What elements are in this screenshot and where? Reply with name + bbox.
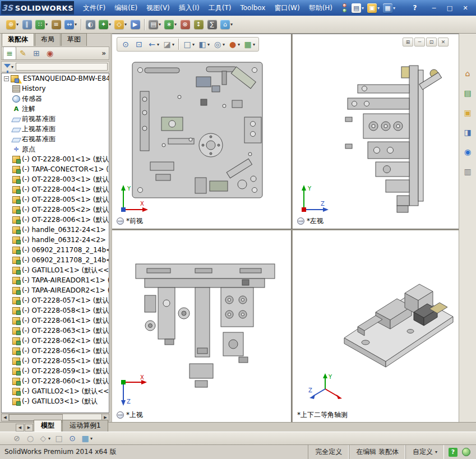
menu-edit[interactable]: 编辑(E): [110, 0, 142, 16]
status-custom-dropdown[interactable]: 自定义 ▾: [405, 445, 444, 459]
tree-item[interactable]: (-) OT-2228-003<1> (默认: [2, 174, 109, 184]
scroll-left-button[interactable]: ◀: [1, 414, 9, 421]
tree-item[interactable]: (-) GATILLO1<1> (默认<<默: [2, 265, 109, 275]
tree-item[interactable]: (-) TAPA-CONECTOR<1> (默: [2, 164, 109, 174]
menu-help[interactable]: 帮助(H): [304, 0, 337, 16]
featuremanager-design-tree-tab[interactable]: ≡: [3, 47, 16, 60]
insert-components-button[interactable]: ⊕▾: [4, 18, 20, 31]
tree-item[interactable]: (-) OT-2228-005<2> (默认: [2, 205, 109, 215]
close-button[interactable]: ✕: [458, 2, 473, 13]
configurationmanager-tab[interactable]: ⊞: [30, 47, 43, 60]
apply-scene-button[interactable]: ▦▾: [242, 38, 257, 51]
viewport-isometric-pane[interactable]: Y Z *上下二等角轴测: [293, 230, 459, 423]
tree-item[interactable]: (-) OT-2228-005<1> (默认: [2, 194, 109, 205]
view-palette-tab[interactable]: ◨: [461, 125, 475, 139]
previous-view-button[interactable]: ←▾: [146, 38, 161, 51]
status-help-button[interactable]: ?: [449, 448, 457, 457]
tree-filter-input[interactable]: [16, 63, 108, 71]
exploded-view-button[interactable]: ∗▾: [163, 18, 178, 31]
appearances-scenes-tab[interactable]: ◉: [461, 145, 475, 159]
filter-vertices-button[interactable]: ○: [24, 432, 37, 445]
tree-item[interactable]: (-) OT-2228-055<1> (默认: [2, 356, 109, 366]
assembly-features-button[interactable]: ✦▾: [97, 18, 113, 31]
manager-overflow-button[interactable]: »: [101, 49, 109, 57]
reference-geometry-button[interactable]: ◇▾: [113, 18, 128, 31]
tree-item[interactable]: (-) OT-2228-056<1> (默认: [2, 346, 109, 356]
tree-item[interactable]: (-) handle_06312-24<1>: [2, 225, 109, 235]
section-view-button[interactable]: ◪▾: [161, 38, 176, 51]
display-style-button[interactable]: ◧▾: [196, 38, 211, 51]
quick-snaps-button[interactable]: ▦▾: [79, 432, 94, 445]
tree-item[interactable]: (-) TAPA-AIREADOR1<1> (: [2, 275, 109, 285]
new-document-button[interactable]: ▤▾: [350, 1, 366, 15]
propertymanager-tab[interactable]: ✎: [16, 47, 30, 60]
viewport-top-pane[interactable]: X Z *上视: [112, 230, 291, 423]
tree-item[interactable]: (-) GATILLO2<1> (默认<<: [2, 386, 109, 396]
tree-item[interactable]: (-) OT-2228-059<1> (默认: [2, 366, 109, 376]
file-explorer-tab[interactable]: ▣: [461, 105, 475, 119]
sheet-nav-right-button[interactable]: ▶: [25, 424, 33, 432]
tree-item[interactable]: (-) OT-2228-062<1> (默认: [2, 336, 109, 346]
document-close-button[interactable]: ✕: [438, 38, 449, 47]
save-button[interactable]: ▦▾: [381, 1, 397, 15]
maximize-button[interactable]: □: [442, 2, 457, 13]
model-tab[interactable]: 模型: [34, 420, 62, 432]
tree-item[interactable]: (-) OT-2228-057<1> (默认: [2, 295, 109, 305]
view-orientation-button[interactable]: □▾: [181, 38, 196, 51]
document-restore-button[interactable]: ⊡: [426, 38, 437, 47]
tree-item[interactable]: (-) OT-2228-063<1> (默认: [2, 326, 109, 336]
solidworks-resources-tab[interactable]: ⌂: [461, 66, 475, 80]
panel-tab-assembly[interactable]: 装配体: [2, 33, 34, 46]
tree-item[interactable]: (-) 06902_211708_2_14b<: [2, 255, 109, 265]
tree-item[interactable]: (-) OT-2228-061<1> (默认: [2, 316, 109, 326]
show-hidden-components-button[interactable]: ◐: [84, 18, 97, 31]
magnified-selection-button[interactable]: ⊙: [66, 432, 79, 445]
displaymanager-tab[interactable]: ◉: [43, 47, 57, 60]
selection-filter-button[interactable]: ⊘: [10, 432, 24, 445]
tree-item[interactable]: (-) OT-2228-060<1> (默认: [2, 376, 109, 386]
menu-insert[interactable]: 插入(I): [174, 0, 204, 16]
custom-properties-tab[interactable]: ▥: [461, 164, 475, 178]
tree-item[interactable]: 传感器: [2, 94, 109, 104]
open-document-button[interactable]: ▣▾: [366, 1, 381, 15]
tree-item[interactable]: (-) handle_06312-24<2>: [2, 235, 109, 245]
tree-item[interactable]: (-) OT-2228-001<1> (默认: [2, 154, 109, 164]
hide-show-items-button[interactable]: ◎▾: [211, 38, 227, 51]
tree-item[interactable]: 右视基准面: [2, 134, 109, 144]
tree-item[interactable]: 上视基准面: [2, 124, 109, 134]
tree-expander-icon[interactable]: −: [4, 76, 9, 81]
motion-study-tab[interactable]: 运动算例1: [62, 420, 108, 432]
tree-item[interactable]: History: [2, 84, 109, 94]
minimize-button[interactable]: ─: [427, 2, 441, 13]
tree-item[interactable]: 前视基准面: [2, 114, 109, 124]
tree-item[interactable]: (-) OT-2228-006<1> (默认: [2, 215, 109, 225]
design-library-tab[interactable]: ▤: [461, 86, 475, 100]
tree-item[interactable]: ✛原点: [2, 144, 109, 154]
help-button[interactable]: ?: [410, 4, 420, 12]
filter-dropdown-arrow-icon[interactable]: ▾: [11, 64, 13, 69]
document-minimize-button[interactable]: ─: [414, 38, 425, 47]
tree-item[interactable]: −ESTANQUEIDAD-BMW-E84 (: [2, 73, 109, 84]
sheet-nav-left-button[interactable]: ◀: [16, 424, 24, 432]
mate-button[interactable]: ∥: [20, 18, 34, 31]
tree-item[interactable]: (-) TAPA-AIREADOR2<1> (: [2, 285, 109, 295]
linear-component-pattern-button[interactable]: ∷▾: [34, 18, 49, 31]
interference-detection-button[interactable]: ⊗: [178, 18, 192, 31]
panel-tab-layout[interactable]: 布局: [35, 33, 61, 46]
menu-view[interactable]: 视图(V): [142, 0, 174, 16]
smart-fasteners-button[interactable]: ≡: [49, 18, 63, 31]
filter-faces-button[interactable]: □: [52, 432, 66, 445]
viewport-front-pane[interactable]: Y X *前视: [112, 34, 291, 229]
edit-appearance-button[interactable]: ●▾: [227, 38, 242, 51]
new-motion-study-button[interactable]: ▶: [128, 18, 142, 31]
tree-item[interactable]: A注解: [2, 104, 109, 114]
zoom-to-fit-button[interactable]: ⊙: [119, 38, 132, 51]
menu-window[interactable]: 窗口(W): [270, 0, 304, 16]
bill-of-materials-button[interactable]: ▤▾: [147, 18, 163, 31]
mass-properties-button[interactable]: ∑: [205, 18, 219, 31]
filter-edges-button[interactable]: ◇▾: [37, 432, 52, 445]
viewport-left-pane[interactable]: Y Z *左视: [293, 34, 459, 229]
menu-file[interactable]: 文件(F): [78, 0, 110, 16]
menu-tools[interactable]: 工具(T): [204, 0, 236, 16]
tree-item[interactable]: (-) GATILLO3<1> (默认: [2, 396, 109, 406]
